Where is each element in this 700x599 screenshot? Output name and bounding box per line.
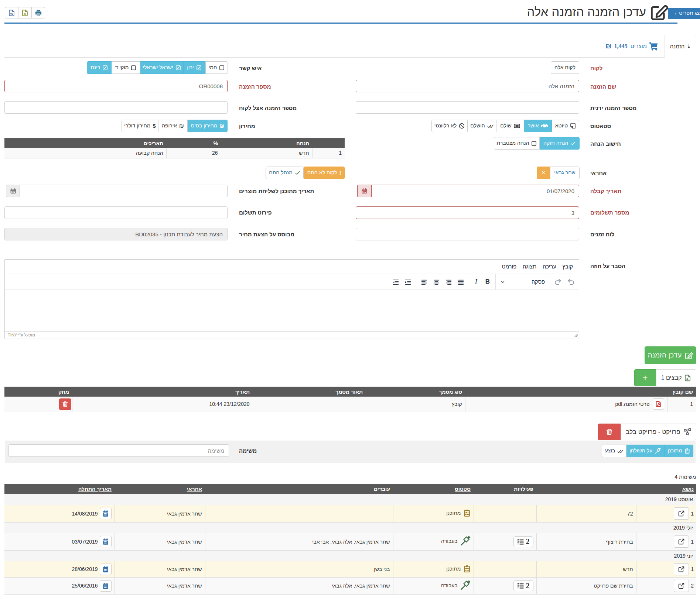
- svg-text:X: X: [24, 12, 26, 16]
- svg-text:W: W: [10, 12, 13, 15]
